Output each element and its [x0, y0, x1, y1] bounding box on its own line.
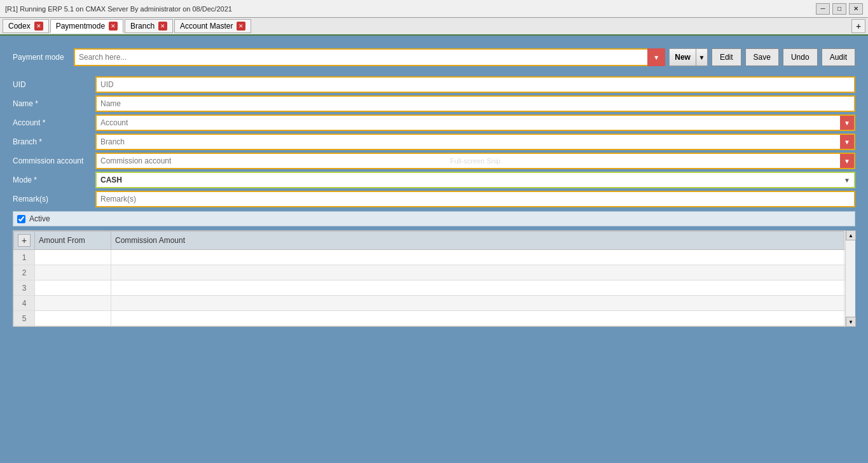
scroll-up-button[interactable]: ▲: [846, 230, 856, 240]
mode-row: Mode * CASH ▼: [13, 172, 855, 188]
title-text: [R1] Running ERP 5.1 on CMAX Server By a…: [5, 5, 816, 13]
scroll-down-button[interactable]: ▼: [846, 317, 856, 327]
branch-dropdown[interactable]: ▼: [95, 134, 855, 150]
save-button[interactable]: Save: [745, 48, 779, 66]
active-row: Active: [13, 211, 855, 226]
account-dropdown[interactable]: ▼: [95, 114, 855, 131]
toolbar: Payment mode ▼ New ▼ Edit Save Undo Audi…: [13, 48, 855, 66]
title-bar: [R1] Running ERP 5.1 on CMAX Server By a…: [0, 0, 868, 18]
row-number: 2: [14, 265, 35, 280]
add-row-header[interactable]: +: [14, 232, 35, 250]
payment-mode-label: Payment mode: [13, 53, 70, 62]
amount-from-cell[interactable]: [35, 265, 111, 280]
tab-branch-close[interactable]: ✕: [158, 22, 167, 31]
audit-button[interactable]: Audit: [822, 48, 855, 66]
branch-label: Branch *: [13, 137, 95, 146]
mode-value: CASH: [100, 176, 122, 184]
minimize-button[interactable]: ─: [816, 3, 830, 15]
uid-label: UID: [13, 80, 95, 89]
table-scrollbar[interactable]: ▲ ▼: [845, 230, 855, 327]
search-wrapper: ▼: [74, 48, 665, 66]
branch-input[interactable]: [97, 135, 840, 149]
row-number: 1: [14, 250, 35, 265]
commission-amount-header: Commission Amount: [111, 232, 844, 250]
remarks-input[interactable]: [95, 191, 855, 207]
tab-codex-label: Codex: [8, 22, 31, 31]
tab-branch-label: Branch: [130, 22, 155, 31]
branch-dropdown-arrow[interactable]: ▼: [840, 135, 854, 149]
row-number: 3: [14, 280, 35, 296]
search-dropdown-button[interactable]: ▼: [647, 48, 665, 66]
account-input[interactable]: [97, 116, 840, 130]
account-label: Account *: [13, 118, 95, 127]
tab-codex[interactable]: Codex ✕: [3, 19, 49, 33]
amount-from-cell[interactable]: [35, 311, 111, 326]
amount-from-cell[interactable]: [35, 296, 111, 311]
new-button-group: New ▼: [669, 48, 708, 66]
table-row: 5: [14, 311, 855, 326]
name-label: Name *: [13, 99, 95, 108]
tab-codex-close[interactable]: ✕: [34, 22, 43, 31]
new-button[interactable]: New: [669, 48, 696, 66]
table-container: + Amount From Commission Amount 12345: [13, 230, 855, 327]
row-number: 4: [14, 296, 35, 311]
tab-paymentmode[interactable]: Paymentmode ✕: [50, 19, 123, 33]
account-row: Account * ▼: [13, 114, 855, 131]
table-body: 12345: [14, 250, 855, 326]
commission-amount-cell[interactable]: [111, 311, 844, 326]
main-area: Payment mode ▼ New ▼ Edit Save Undo Audi…: [0, 36, 868, 463]
form-area: UID Name * Account * ▼ Branch * ▼ Co: [13, 76, 855, 207]
tab-bar: Codex ✕ Paymentmode ✕ Branch ✕ Account M…: [0, 18, 868, 36]
uid-input[interactable]: [95, 76, 855, 93]
tab-account-master-close[interactable]: ✕: [237, 22, 245, 31]
commission-account-dropdown[interactable]: Full-screen Snip ▼: [95, 153, 855, 169]
branch-row: Branch * ▼: [13, 134, 855, 150]
commission-amount-cell[interactable]: [111, 296, 844, 311]
commission-account-row: Commission account Full-screen Snip ▼: [13, 153, 855, 169]
amount-from-cell[interactable]: [35, 280, 111, 296]
row-number: 5: [14, 311, 35, 326]
undo-button[interactable]: Undo: [783, 48, 818, 66]
commission-table: + Amount From Commission Amount 12345: [13, 231, 855, 326]
mode-label: Mode *: [13, 176, 95, 184]
tab-account-master[interactable]: Account Master ✕: [174, 19, 251, 33]
active-label: Active: [29, 214, 50, 223]
name-input[interactable]: [95, 95, 855, 112]
tab-paymentmode-close[interactable]: ✕: [109, 22, 118, 31]
new-dropdown-button[interactable]: ▼: [696, 48, 708, 66]
tab-paymentmode-label: Paymentmode: [56, 22, 105, 31]
commission-account-input[interactable]: [97, 154, 840, 168]
commission-table-wrapper: + Amount From Commission Amount 12345 ▲ …: [13, 230, 855, 327]
commission-amount-cell[interactable]: [111, 265, 844, 280]
commission-amount-cell[interactable]: [111, 250, 844, 265]
account-dropdown-arrow[interactable]: ▼: [840, 116, 854, 130]
table-row: 1: [14, 250, 855, 265]
table-row: 2: [14, 265, 855, 280]
amount-from-header: Amount From: [35, 232, 111, 250]
mode-dropdown-arrow[interactable]: ▼: [844, 177, 850, 184]
commission-amount-cell[interactable]: [111, 280, 844, 296]
commission-account-dropdown-arrow[interactable]: ▼: [840, 154, 854, 168]
add-tab-button[interactable]: +: [851, 19, 865, 33]
uid-row: UID: [13, 76, 855, 93]
edit-button[interactable]: Edit: [712, 48, 741, 66]
mode-dropdown[interactable]: CASH ▼: [95, 172, 855, 188]
tab-account-master-label: Account Master: [180, 22, 233, 31]
maximize-button[interactable]: □: [832, 3, 846, 15]
amount-from-cell[interactable]: [35, 250, 111, 265]
table-row: 4: [14, 296, 855, 311]
remarks-row: Remark(s): [13, 191, 855, 207]
tab-branch[interactable]: Branch ✕: [125, 19, 173, 33]
active-checkbox[interactable]: [17, 215, 25, 223]
window-controls: ─ □ ✕: [816, 3, 863, 15]
commission-account-label: Commission account: [13, 156, 95, 165]
table-row: 3: [14, 280, 855, 296]
close-button[interactable]: ✕: [849, 3, 863, 15]
name-row: Name *: [13, 95, 855, 112]
search-input[interactable]: [74, 48, 665, 66]
remarks-label: Remark(s): [13, 195, 95, 204]
